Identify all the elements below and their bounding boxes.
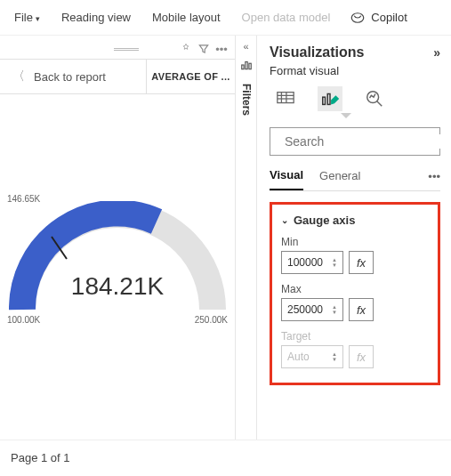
- bar-chart-icon[interactable]: [240, 59, 253, 71]
- svg-rect-2: [241, 65, 243, 69]
- filter-icon[interactable]: [197, 43, 210, 55]
- filters-rail: « Filters: [236, 36, 257, 440]
- svg-rect-10: [323, 97, 326, 104]
- min-fx-button[interactable]: fx: [349, 251, 374, 274]
- spinner-icon[interactable]: ▲▼: [332, 257, 337, 268]
- report-canvas: ••• 〈 Back to report AVERAGE OF ... 146.…: [0, 36, 236, 440]
- svg-line-13: [377, 101, 383, 107]
- format-tabs: Visual General •••: [270, 168, 440, 191]
- min-label: Min: [281, 236, 429, 248]
- max-label: Max: [281, 283, 429, 295]
- collapse-filters-icon[interactable]: «: [243, 41, 248, 52]
- active-tab-caret-icon: [341, 113, 351, 118]
- gauge-min-label: 100.00K: [7, 315, 40, 325]
- top-menu-bar: File▾ Reading view Mobile layout Open da…: [0, 0, 451, 36]
- search-input[interactable]: [285, 134, 440, 149]
- chevron-down-icon: ▾: [36, 14, 40, 23]
- menu-file[interactable]: File▾: [5, 5, 49, 29]
- tab-visual[interactable]: Visual: [270, 168, 303, 190]
- chevron-down-icon: ⌄: [281, 215, 288, 225]
- expand-pane-icon[interactable]: »: [433, 45, 440, 60]
- target-fx-button: fx: [349, 345, 374, 368]
- status-bar: Page 1 of 1: [0, 440, 451, 474]
- gauge-visual[interactable]: 146.65K 184.21K 100.00K 250.00K: [0, 94, 235, 379]
- visualizations-pane: Visualizations » Format visual Visual Ge…: [257, 36, 451, 440]
- filters-label[interactable]: Filters: [240, 84, 253, 116]
- copilot-icon: [350, 10, 366, 26]
- analytics-icon[interactable]: [362, 86, 387, 111]
- visual-title: AVERAGE OF ...: [146, 60, 235, 93]
- pane-title: Visualizations: [270, 44, 364, 61]
- min-input[interactable]: 100000 ▲▼: [281, 251, 343, 274]
- menu-copilot[interactable]: Copilot: [342, 4, 414, 31]
- gauge-max-label: 250.00K: [195, 315, 228, 325]
- format-search[interactable]: [270, 127, 440, 156]
- spinner-icon: ▲▼: [332, 351, 337, 362]
- target-label: Target: [281, 330, 429, 343]
- target-input: Auto ▲▼: [281, 345, 343, 368]
- spinner-icon[interactable]: ▲▼: [332, 304, 337, 315]
- build-visual-icon[interactable]: [273, 86, 298, 111]
- format-visual-icon[interactable]: [318, 86, 342, 111]
- max-fx-button[interactable]: fx: [349, 298, 374, 321]
- tabs-more-icon[interactable]: •••: [428, 170, 440, 189]
- svg-rect-11: [327, 94, 330, 105]
- drag-handle-icon[interactable]: [114, 48, 139, 51]
- chevron-left-icon: 〈: [12, 69, 25, 85]
- max-input[interactable]: 250000 ▲▼: [281, 298, 343, 321]
- section-header-gauge-axis[interactable]: ⌄ Gauge axis: [281, 214, 429, 227]
- visual-header: •••: [0, 36, 235, 59]
- svg-rect-4: [248, 63, 250, 69]
- svg-rect-5: [278, 93, 294, 103]
- pane-subtitle: Format visual: [270, 64, 440, 77]
- menu-reading-view[interactable]: Reading view: [52, 5, 140, 29]
- back-to-report-button[interactable]: 〈 Back to report: [0, 69, 146, 85]
- menu-open-data-model: Open data model: [233, 5, 340, 29]
- pin-icon[interactable]: [180, 43, 192, 55]
- gauge-axis-section: ⌄ Gauge axis Min 100000 ▲▼ fx Max 250000…: [270, 202, 440, 385]
- tab-general[interactable]: General: [319, 169, 360, 190]
- more-icon[interactable]: •••: [215, 43, 228, 55]
- svg-rect-3: [245, 62, 246, 69]
- page-indicator: Page 1 of 1: [11, 451, 70, 464]
- menu-mobile-layout[interactable]: Mobile layout: [143, 5, 230, 29]
- gauge-value: 184.21K: [0, 272, 235, 301]
